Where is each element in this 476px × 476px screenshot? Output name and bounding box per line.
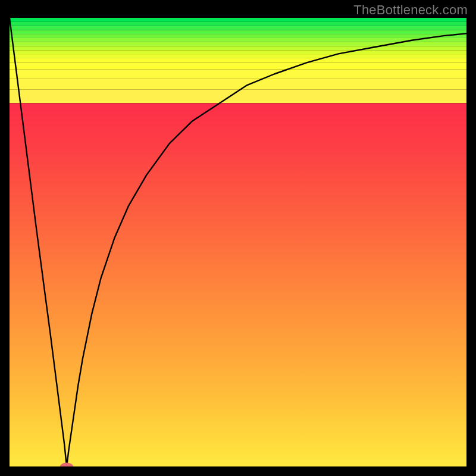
background-band: [10, 18, 466, 22]
chart-plot-area: [10, 18, 466, 466]
background-band: [10, 79, 466, 90]
background-band: [10, 62, 466, 69]
watermark-text: TheBottleneck.com: [353, 2, 468, 18]
background-band: [10, 58, 466, 63]
background-band: [10, 34, 466, 38]
background-band: [10, 46, 466, 51]
background-band: [10, 103, 466, 466]
background-band: [10, 50, 466, 54]
background-band: [10, 70, 466, 79]
background-band: [10, 54, 466, 58]
background-band: [10, 30, 466, 34]
background-band: [10, 38, 466, 42]
background-band: [10, 22, 466, 26]
background-band: [10, 26, 466, 30]
chart-svg: [10, 18, 466, 466]
